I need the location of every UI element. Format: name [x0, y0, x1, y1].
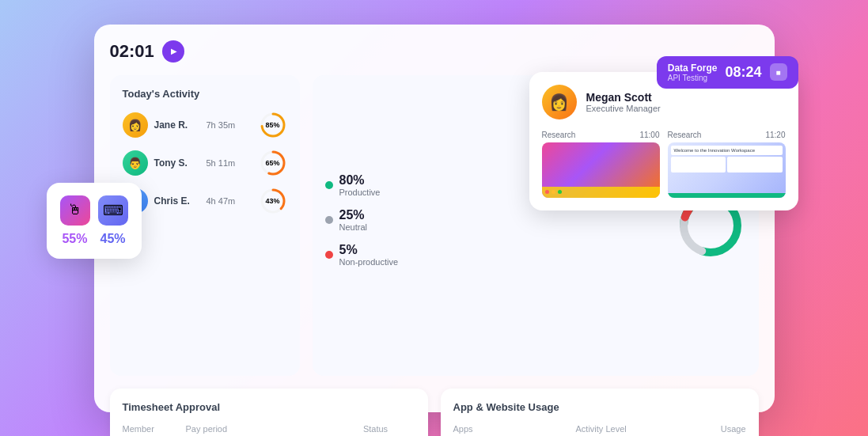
badge-time: 08:24 — [725, 64, 761, 81]
screenshot-image: Welcome to the Innovation Workspace — [668, 142, 786, 198]
col-header-apps: Apps — [453, 424, 576, 434]
table-header: Member Pay period Status — [123, 424, 415, 437]
screenshot-title: Research — [668, 131, 702, 139]
timer-badge: Data Forge API Testing 08:24 — [657, 56, 798, 89]
profile-card: Data Forge API Testing 08:24 👩 Megan Sco… — [529, 72, 798, 210]
dot-gray — [325, 216, 333, 224]
avatar: 👨 — [123, 150, 148, 176]
member-time: 7h 35m — [207, 120, 252, 130]
dot-red — [325, 251, 333, 259]
green-bar — [668, 193, 786, 198]
bottom-row: Timesheet Approval Member Pay period Sta… — [110, 389, 759, 437]
play-button[interactable] — [162, 40, 184, 63]
col-header-member: Member — [123, 424, 186, 434]
mouse-icon: 🖱 — [60, 195, 90, 226]
progress-ring: 65% — [259, 149, 287, 177]
timesheet-title: Timesheet Approval — [123, 401, 415, 413]
member-time: 5h 11m — [207, 158, 252, 168]
ring-pct: 85% — [259, 111, 287, 139]
profile-avatar: 👩 — [542, 85, 577, 119]
screenshot-image — [542, 142, 660, 198]
usage-card: App & Website Usage Apps Activity Level … — [441, 389, 759, 437]
stat-label: Neutral — [339, 222, 367, 232]
screenshot-title: Research — [542, 131, 576, 139]
activity-row: 👩 Jane R. 7h 35m 85% — [123, 111, 287, 139]
stat-pct: 80% — [339, 173, 381, 188]
progress-ring: 85% — [259, 111, 287, 139]
mac-dot-green — [558, 190, 562, 194]
stop-button[interactable] — [770, 63, 787, 81]
screenshot-item: Research 11:00 — [542, 131, 660, 198]
member-time: 4h 47m — [207, 196, 252, 206]
avatar: 👩 — [123, 112, 148, 138]
usage-title: App & Website Usage — [453, 401, 746, 413]
profile-header: 👩 Megan Scott Executive Manager — [542, 85, 786, 119]
screenshot-label: Research 11:00 — [542, 131, 660, 139]
mac-dot-red — [545, 190, 549, 194]
stat-item: 5% Non-productive — [325, 243, 662, 267]
screenshot-time: 11:20 — [765, 131, 785, 139]
member-name: Jane R. — [154, 119, 200, 131]
screenshot-item: Research 11:20 Welcome to the Innovation… — [668, 131, 786, 198]
stat-label: Productive — [339, 188, 381, 197]
stat-pct: 25% — [339, 208, 367, 222]
progress-ring: 43% — [259, 187, 287, 215]
col-header-activity: Activity Level — [576, 424, 699, 434]
input-icons: 🖱 ⌨ — [60, 195, 128, 226]
input-card: 🖱 ⌨ 55% 45% — [47, 183, 142, 259]
col-header-period: Pay period — [186, 424, 336, 434]
screenshot-time: 11:00 — [639, 131, 659, 139]
badge-title: Data Forge — [668, 63, 718, 74]
stat-item: 25% Neutral — [325, 208, 662, 232]
col-header-usage: Usage — [699, 424, 746, 434]
keyboard-percentage: 45% — [100, 232, 126, 246]
activity-row: 👨 Tony S. 5h 11m 65% — [123, 149, 287, 177]
profile-name: Megan Scott — [586, 91, 661, 104]
member-name: Chris E. — [154, 195, 200, 207]
activity-title: Today's Activity — [123, 88, 287, 100]
mouse-percentage: 55% — [62, 232, 87, 246]
col-header-status: Status — [336, 424, 415, 434]
usage-header: Apps Activity Level Usage — [453, 424, 746, 437]
member-name: Tony S. — [154, 157, 200, 169]
ring-pct: 43% — [259, 187, 287, 215]
activity-row: 👦 Chris E. 4h 47m 43% — [123, 187, 287, 215]
badge-subtitle: API Testing — [668, 74, 718, 82]
mac-dot-yellow — [552, 190, 555, 194]
screenshot-label: Research 11:20 — [668, 131, 786, 139]
ring-pct: 65% — [259, 149, 287, 177]
timesheet-card: Timesheet Approval Member Pay period Sta… — [110, 389, 428, 437]
screenshots-row: Research 11:00 Research 11:20 — [542, 131, 786, 198]
input-percentages: 55% 45% — [62, 232, 125, 246]
dot-green — [325, 181, 333, 189]
main-card: 02:01 🖱 ⌨ 55% 45% Today's Activity 👩 Jan… — [94, 25, 775, 412]
profile-role: Executive Manager — [586, 104, 661, 113]
timer-display: 02:01 — [110, 41, 154, 62]
keyboard-icon: ⌨ — [98, 195, 128, 226]
stat-pct: 5% — [339, 243, 399, 257]
mac-bar — [542, 187, 660, 198]
stat-label: Non-productive — [339, 257, 399, 267]
